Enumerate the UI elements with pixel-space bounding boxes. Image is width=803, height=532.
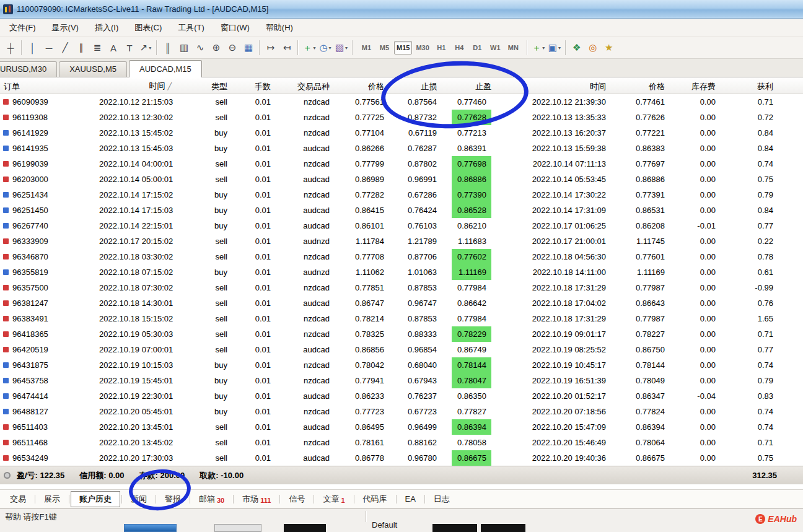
panel-tab-journal[interactable]: 日志	[426, 491, 457, 507]
col-stop-loss[interactable]: 止损	[389, 78, 442, 95]
col-open-time[interactable]: 时间╱	[99, 77, 177, 95]
col-lots[interactable]: 手数	[232, 78, 276, 95]
col-close-price[interactable]: 价格	[611, 78, 670, 95]
history-row[interactable]: 963339092022.10.17 20:15:02sell0.01audnz…	[0, 233, 803, 249]
chart-tab-audcad-m15[interactable]: AUDCAD,M15	[129, 60, 202, 77]
history-row[interactable]: 963812472022.10.18 14:30:01sell0.01audca…	[0, 295, 803, 311]
history-row[interactable]: 963558192022.10.18 07:15:02buy0.01audnzd…	[0, 264, 803, 280]
text-label-icon[interactable]: T	[121, 40, 138, 55]
history-row[interactable]: 963834912022.10.18 15:15:02sell0.01nzdca…	[0, 311, 803, 326]
panel-tab-experts[interactable]: EA	[398, 492, 423, 506]
menu-insert[interactable]: 插入(I)	[87, 19, 126, 37]
line-chart-icon[interactable]: ∿	[192, 40, 208, 55]
col-open-price[interactable]: 价格	[335, 78, 389, 95]
history-row[interactable]: 964205192022.10.19 07:00:01sell0.01audca…	[0, 342, 803, 357]
taskbar-window-preview[interactable]	[432, 524, 477, 532]
col-symbol[interactable]: 交易品种	[276, 78, 335, 95]
window-arrange-icon[interactable]: ▣▾	[546, 40, 563, 55]
panel-tab-trade[interactable]: 交易	[2, 491, 33, 507]
col-swap[interactable]: 库存费	[670, 78, 721, 95]
taskbar-window-preview[interactable]	[284, 524, 326, 532]
history-row[interactable]: 964537582022.10.19 15:45:01buy0.01nzdcad…	[0, 373, 803, 388]
col-take-profit[interactable]: 止盈	[442, 78, 496, 95]
panel-tab-exposure[interactable]: 展示	[37, 491, 68, 507]
panel-tab-articles[interactable]: 文章1	[315, 491, 352, 507]
taskbar-window-preview[interactable]	[124, 524, 177, 532]
timeframe-m1[interactable]: M1	[358, 41, 375, 55]
history-row[interactable]: 963468702022.10.18 03:30:02sell0.01nzdca…	[0, 249, 803, 264]
market-target-icon[interactable]: ◎	[585, 40, 601, 55]
indicators-icon[interactable]: ＋▾	[301, 40, 317, 55]
zoom-in-icon[interactable]: ⊕	[208, 40, 224, 55]
mql5-community-icon[interactable]: ❖	[569, 40, 585, 55]
history-row[interactable]: 962030002022.10.14 05:00:01sell0.01audca…	[0, 172, 803, 187]
menu-file[interactable]: 文件(F)	[1, 19, 44, 37]
equidistant-channel-icon[interactable]: ∥	[73, 40, 89, 55]
history-row[interactable]: 964744142022.10.19 22:30:01buy0.01audcad…	[0, 388, 803, 404]
col-close-time[interactable]: 时间	[496, 78, 611, 95]
panel-tab-market[interactable]: 市场111	[235, 491, 278, 507]
history-row[interactable]: 965342492022.10.20 17:30:03sell0.01audca…	[0, 450, 803, 466]
timeframe-m30[interactable]: M30	[413, 41, 431, 55]
tile-windows-icon[interactable]: ▦	[240, 40, 257, 55]
panel-tab-alerts[interactable]: 警报	[157, 491, 188, 507]
history-row[interactable]: 961193082022.10.13 12:30:02sell0.01nzdca…	[0, 110, 803, 125]
panel-tab-mailbox[interactable]: 邮箱30	[191, 491, 232, 507]
timeframe-h1[interactable]: H1	[433, 41, 450, 55]
trendline-icon[interactable]: ╱	[57, 40, 73, 55]
timeframe-h4[interactable]: H4	[451, 41, 468, 55]
chart-tab-xauusd-m5[interactable]: XAUUSD,M5	[59, 61, 127, 77]
timeframe-d1[interactable]: D1	[469, 41, 486, 55]
col-profit[interactable]: 获利	[721, 78, 778, 95]
text-icon[interactable]: A	[105, 40, 121, 55]
crosshair-icon[interactable]: ┼	[2, 40, 19, 55]
zoom-out-icon[interactable]: ⊖	[224, 40, 240, 55]
auto-scroll-icon[interactable]: ↦	[263, 40, 279, 55]
taskbar-window-preview[interactable]	[481, 524, 525, 532]
timeframe-m5[interactable]: M5	[376, 41, 393, 55]
panel-tab-account-history[interactable]: 账户历史	[71, 491, 120, 507]
menu-charts[interactable]: 图表(C)	[126, 19, 170, 37]
menu-tools[interactable]: 工具(T)	[170, 19, 213, 37]
arrows-icon[interactable]: ↗▾	[138, 40, 154, 55]
menu-help[interactable]: 帮助(H)	[258, 19, 301, 37]
history-row[interactable]: 962514342022.10.14 17:15:02buy0.01nzdcad…	[0, 187, 803, 203]
chart-shift-icon[interactable]: ↤	[279, 40, 295, 55]
history-row[interactable]: 965114032022.10.20 13:45:01sell0.01audca…	[0, 419, 803, 435]
history-row[interactable]: 961419352022.10.13 15:45:03buy0.01audcad…	[0, 141, 803, 156]
history-row[interactable]: 964881272022.10.20 05:45:01buy0.01nzdcad…	[0, 404, 803, 419]
bar-chart-icon[interactable]: ║	[160, 40, 176, 55]
col-type[interactable]: 类型	[177, 78, 232, 95]
history-row[interactable]: 965114682022.10.20 13:45:02sell0.01nzdca…	[0, 435, 803, 450]
new-order-icon[interactable]: ＋▾	[530, 40, 546, 55]
history-row[interactable]: 961419292022.10.13 15:45:02buy0.01nzdcad…	[0, 125, 803, 141]
history-row[interactable]: 962677402022.10.14 22:15:01buy0.01audcad…	[0, 218, 803, 233]
templates-icon[interactable]: ▧▾	[333, 40, 349, 55]
chart-tab-eurusd-m30[interactable]: URUSD,M30	[0, 61, 57, 77]
timeframe-mn[interactable]: MN	[505, 41, 522, 55]
history-row[interactable]: 964318752022.10.19 10:15:03buy0.01nzdcad…	[0, 357, 803, 373]
timeframe-m15[interactable]: M15	[394, 41, 412, 55]
history-row[interactable]: 963575002022.10.18 07:30:02sell0.01nzdca…	[0, 280, 803, 295]
menu-view[interactable]: 显示(V)	[44, 19, 87, 37]
horizontal-line-icon[interactable]: ─	[41, 40, 57, 55]
vertical-line-icon[interactable]: │	[25, 40, 41, 55]
type-cell: sell	[177, 419, 232, 435]
timeframe-w1[interactable]: W1	[487, 41, 504, 55]
candlestick-chart-icon[interactable]: ▥	[176, 40, 192, 55]
history-row[interactable]: 960909392022.10.12 21:15:03sell0.01nzdca…	[0, 94, 803, 110]
history-row[interactable]: 962514502022.10.14 17:15:03buy0.01audcad…	[0, 203, 803, 218]
panel-tab-news[interactable]: 新闻	[123, 491, 154, 507]
menu-window[interactable]: 窗口(W)	[213, 19, 258, 37]
panel-tab-signals[interactable]: 信号	[281, 491, 312, 507]
periods-icon[interactable]: ◷▾	[317, 40, 333, 55]
favorites-icon[interactable]: ★	[601, 40, 617, 55]
status-profile[interactable]: Default	[372, 520, 397, 530]
fibonacci-icon[interactable]: ≣	[89, 40, 105, 55]
history-row[interactable]: 964183652022.10.19 05:30:03sell0.01nzdca…	[0, 326, 803, 342]
title-bar[interactable]: 1100079090: ICMarketsSC-Live11 - Raw Tra…	[0, 0, 803, 19]
col-order[interactable]: 订单	[0, 78, 99, 95]
panel-tab-code-base[interactable]: 代码库	[356, 491, 395, 507]
history-row[interactable]: 961990392022.10.14 04:00:01sell0.01nzdca…	[0, 156, 803, 172]
taskbar-window-preview[interactable]	[214, 524, 261, 532]
